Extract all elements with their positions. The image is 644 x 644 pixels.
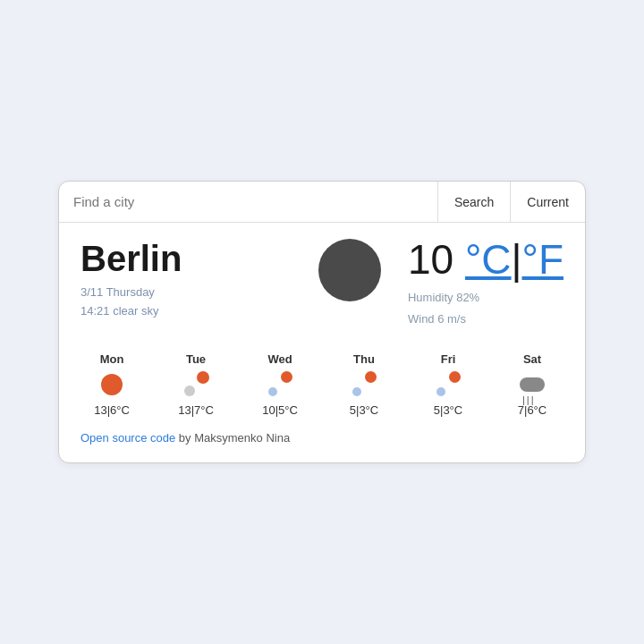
- celsius-link[interactable]: °C: [465, 236, 512, 283]
- city-name: Berlin: [80, 239, 292, 278]
- forecast-day: Thu5|3°C: [333, 352, 395, 417]
- forecast-icon-sun-rain: [267, 371, 293, 398]
- forecast-row: Mon13|6°CTue13|7°CWed10|5°CThu5|3°CFri5|…: [59, 343, 585, 422]
- forecast-day-label: Sat: [523, 352, 541, 366]
- forecast-day: Tue13|7°C: [165, 352, 227, 417]
- city-search-input[interactable]: [59, 182, 437, 222]
- fahrenheit-link[interactable]: °F: [522, 236, 564, 283]
- forecast-icon-dark-cloud: |||: [519, 371, 546, 398]
- forecast-icon-sun-rain: [435, 371, 462, 398]
- search-bar: Search Current: [59, 182, 585, 223]
- forecast-day: Mon13|6°C: [80, 352, 143, 417]
- forecast-day-label: Mon: [100, 352, 124, 366]
- temperature-display: 10 °C|°F: [408, 239, 564, 280]
- forecast-day-label: Thu: [353, 352, 375, 366]
- forecast-icon-sun-cloud: [182, 371, 209, 398]
- weather-details: Humidity 82% Wind 6 m/s: [408, 287, 564, 329]
- humidity-text: Humidity 82%: [408, 287, 564, 308]
- date-text: 3/11 Thursday: [80, 285, 155, 299]
- footer: Open source code by Maksymenko Nina: [59, 422, 585, 445]
- forecast-icon-sun: [98, 371, 125, 398]
- open-source-link[interactable]: Open source code: [80, 431, 175, 445]
- forecast-icon-sun-rain: [351, 371, 377, 398]
- time-condition-text: 14:21 clear sky: [80, 304, 158, 318]
- forecast-temp: 5|3°C: [350, 403, 378, 417]
- forecast-day-label: Tue: [186, 352, 206, 366]
- temp-value: 10: [408, 236, 453, 283]
- forecast-temp: 7|6°C: [518, 403, 547, 417]
- forecast-day-label: Fri: [441, 352, 456, 366]
- forecast-temp: 13|6°C: [94, 403, 130, 417]
- forecast-day: Sat|||7|6°C: [501, 352, 564, 417]
- forecast-temp: 13|7°C: [178, 403, 214, 417]
- author-text: by Maksymenko Nina: [175, 431, 290, 445]
- weather-icon-clear-sky: [318, 239, 381, 301]
- forecast-temp: 10|5°C: [262, 403, 298, 417]
- forecast-day-label: Wed: [267, 352, 292, 366]
- weather-main: Berlin 3/11 Thursday 14:21 clear sky 10 …: [59, 223, 585, 338]
- forecast-day: Fri5|3°C: [417, 352, 479, 417]
- temperature-section: 10 °C|°F Humidity 82% Wind 6 m/s: [408, 239, 564, 329]
- current-location-button[interactable]: Current: [510, 182, 585, 222]
- forecast-day: Wed10|5°C: [249, 352, 311, 417]
- wind-text: Wind 6 m/s: [408, 309, 564, 329]
- search-button[interactable]: Search: [437, 182, 510, 222]
- city-info: Berlin 3/11 Thursday 14:21 clear sky: [80, 239, 292, 321]
- city-date: 3/11 Thursday 14:21 clear sky: [80, 284, 292, 321]
- weather-card: Search Current Berlin 3/11 Thursday 14:2…: [58, 181, 586, 463]
- unit-pipe: |: [512, 236, 522, 283]
- forecast-temp: 5|3°C: [434, 403, 462, 417]
